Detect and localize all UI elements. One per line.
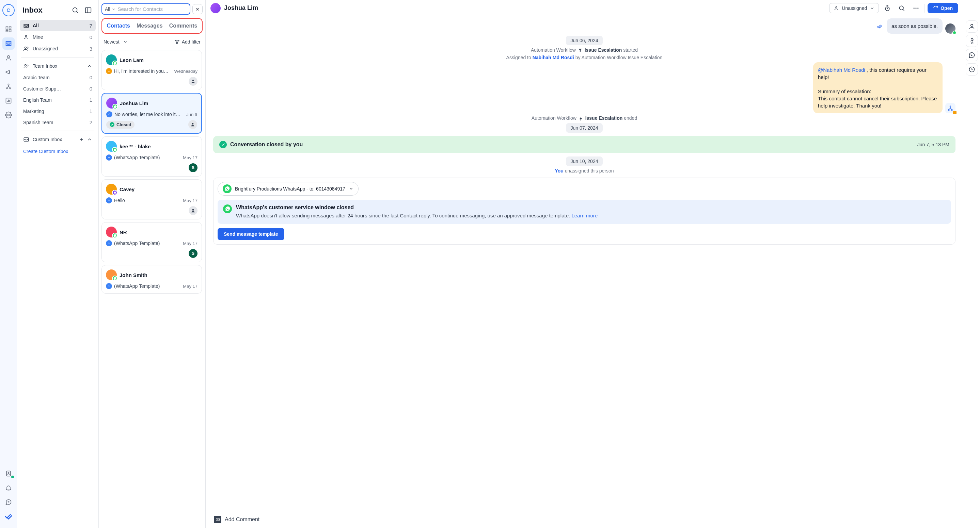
sort-picker[interactable]: Newest	[103, 39, 128, 44]
sort-label: Newest	[103, 39, 119, 44]
search-input[interactable]	[118, 6, 187, 12]
card-date: May 17	[183, 284, 197, 289]
conversation-card[interactable]: NR (WhatsApp Template) May 17 S	[102, 222, 202, 262]
nav-help[interactable]	[2, 496, 14, 508]
rr-contact[interactable]	[966, 21, 978, 33]
tree-icon	[5, 83, 12, 90]
svg-point-23	[835, 6, 837, 8]
user-icon	[23, 34, 29, 40]
open-button[interactable]: Open	[928, 3, 958, 13]
online-dot-icon	[11, 476, 14, 478]
nav-notifications[interactable]	[2, 482, 14, 494]
nav-broadcast[interactable]	[2, 66, 14, 78]
svg-point-11	[8, 473, 9, 474]
card-name: Cavey	[119, 186, 135, 192]
sidebar-team-arabic[interactable]: Arabic Team0	[20, 72, 96, 83]
composer: Brightfury Productions WhatsApp - to: 60…	[213, 178, 956, 245]
nav-brand[interactable]	[2, 510, 14, 523]
rr-whatsapp[interactable]	[966, 49, 978, 61]
nav-inbox[interactable]	[2, 37, 14, 50]
svg-rect-32	[216, 518, 219, 520]
mention[interactable]: @Nabihah Md Rosdi	[818, 67, 865, 73]
conversation-header: Joshua Lim Unassigned Open	[206, 0, 963, 16]
search-scope-picker[interactable]: All	[105, 6, 116, 12]
contact-avatar[interactable]	[210, 3, 221, 13]
sidebar-search-button[interactable]	[70, 5, 80, 15]
nav-reports[interactable]	[2, 95, 14, 107]
whatsapp-badge-icon	[112, 60, 118, 66]
chart-icon	[5, 97, 12, 104]
assignee-picker[interactable]: Unassigned	[829, 3, 879, 13]
date-separator: Jun 06, 2024	[566, 36, 603, 45]
nav-contacts[interactable]	[2, 52, 14, 64]
svg-point-18	[27, 65, 28, 67]
bolt-icon	[579, 116, 583, 121]
svg-point-31	[951, 109, 952, 111]
user-link[interactable]: you	[293, 141, 303, 147]
sidebar-team-marketing[interactable]: Marketing1	[20, 105, 96, 117]
sidebar-collapse-button[interactable]	[83, 5, 93, 15]
sidebar-item-mine[interactable]: Mine 0	[20, 31, 96, 43]
svg-point-26	[913, 8, 915, 8]
user-link[interactable]: Nabihah Md Rosdi	[533, 55, 574, 60]
assignee-avatar: S	[189, 163, 197, 172]
search-clear-button[interactable]	[192, 4, 203, 14]
add-comment-button[interactable]: Add Comment	[206, 513, 963, 528]
tab-messages[interactable]: Messages	[134, 21, 165, 31]
sidebar-custom-header[interactable]: Custom Inbox	[20, 134, 96, 145]
avatar	[106, 141, 117, 152]
sidebar-item-label: Unassigned	[33, 46, 58, 51]
add-filter-button[interactable]: Add filter	[174, 39, 200, 44]
svg-point-6	[6, 88, 7, 89]
nav-workflows[interactable]	[2, 80, 14, 92]
more-button[interactable]	[910, 2, 922, 14]
conversation-card[interactable]: kee™ - blake (WhatsApp Template) May 17 …	[102, 136, 202, 176]
conversation-card[interactable]: John Smith (WhatsApp Template) May 17	[102, 265, 202, 293]
conversation-card[interactable]: Cavey Hello May 17	[102, 179, 202, 219]
svg-point-12	[73, 8, 77, 12]
team-count: 0	[89, 75, 92, 80]
nav-settings[interactable]	[2, 109, 14, 121]
dots-icon	[913, 5, 920, 11]
closed-pill: Closed	[106, 121, 135, 128]
sidebar-team-header[interactable]: Team Inbox	[20, 60, 96, 72]
search-box[interactable]: All	[102, 3, 190, 14]
outgoing-icon	[106, 154, 112, 160]
sidebar-team-spanish[interactable]: Spanish Team2	[20, 117, 96, 128]
svg-point-14	[25, 35, 27, 37]
conversation-main: Joshua Lim Unassigned Open as soon as po…	[206, 0, 963, 528]
chevron-down-icon	[123, 40, 128, 44]
sidebar-team-english[interactable]: English Team1	[20, 94, 96, 105]
svg-rect-2	[9, 29, 11, 32]
card-date: May 17	[183, 155, 197, 160]
contact-name: Joshua Lim	[224, 5, 258, 11]
workspace-logo[interactable]: C	[2, 4, 14, 16]
tab-contacts[interactable]: Contacts	[104, 21, 133, 31]
plus-icon[interactable]	[79, 137, 84, 142]
sidebar: Inbox All 7 Mine 0 Unassigned 3 Team Inb…	[17, 0, 99, 528]
rr-history[interactable]	[966, 63, 978, 76]
tab-comments[interactable]: Comments	[167, 21, 200, 31]
panel-icon	[84, 6, 92, 14]
channel-picker[interactable]: Brightfury Productions WhatsApp - to: 60…	[218, 182, 359, 196]
create-custom-inbox-link[interactable]: Create Custom Inbox	[20, 145, 96, 157]
card-preview: (WhatsApp Template)	[114, 241, 160, 246]
rr-journey[interactable]	[966, 35, 978, 47]
learn-more-link[interactable]: Learn more	[571, 212, 598, 219]
nav-presence[interactable]	[2, 468, 14, 480]
svg-point-17	[25, 65, 27, 67]
conversation-card[interactable]: Joshua Lim No worries, let me look into …	[102, 93, 202, 134]
sidebar-item-unassigned[interactable]: Unassigned 3	[20, 43, 96, 54]
card-date: May 17	[183, 198, 197, 203]
send-template-button[interactable]: Send message template	[218, 228, 284, 240]
sidebar-team-support[interactable]: Customer Supp…0	[20, 83, 96, 94]
header-search-button[interactable]	[896, 2, 907, 14]
sidebar-item-all[interactable]: All 7	[20, 20, 96, 31]
user-link[interactable]: You	[555, 168, 563, 173]
snooze-button[interactable]	[881, 2, 893, 14]
nav-dashboard[interactable]	[2, 23, 14, 35]
notice-title: WhatsApp's customer service window close…	[236, 205, 598, 211]
conversation-card[interactable]: Leon Lam Hi, I'm interested in you… Wedn…	[102, 50, 202, 90]
avatar	[106, 184, 117, 195]
outgoing-icon	[106, 283, 112, 289]
